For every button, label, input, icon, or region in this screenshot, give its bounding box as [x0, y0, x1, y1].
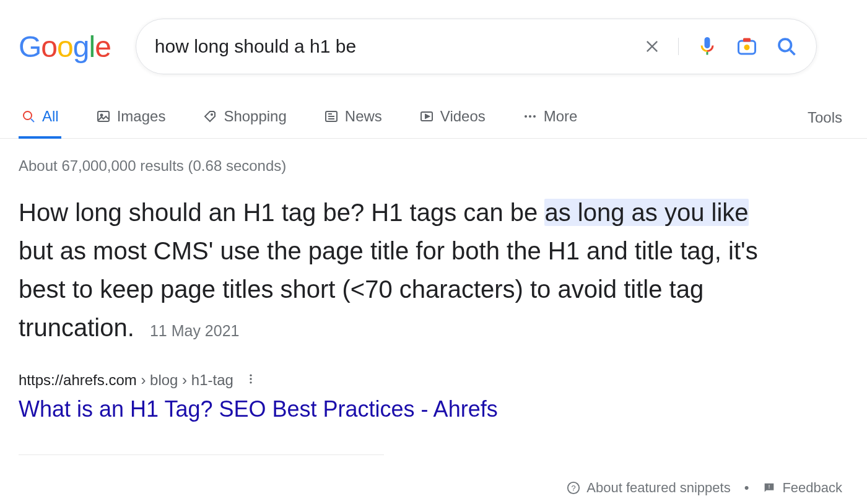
svg-text:?: ?: [572, 484, 576, 493]
svg-rect-4: [743, 38, 751, 42]
tabs-container: All Images Shopping News Videos More Too…: [0, 99, 867, 139]
svg-point-21: [250, 375, 251, 376]
svg-line-8: [31, 119, 34, 122]
breadcrumb-domain[interactable]: https://ahrefs.com: [19, 371, 137, 388]
breadcrumb-path[interactable]: › blog › h1-tag: [137, 371, 233, 388]
snippet-post: but as most CMS' use the page title for …: [19, 237, 758, 341]
breadcrumb: https://ahrefs.com › blog › h1-tag: [19, 371, 848, 389]
tab-all[interactable]: All: [19, 99, 61, 139]
header: Google: [0, 0, 867, 74]
microphone-icon[interactable]: [696, 35, 718, 58]
svg-line-6: [790, 50, 795, 55]
about-snippets-label: About featured snippets: [586, 480, 730, 496]
camera-icon[interactable]: [736, 35, 758, 58]
result-title-link[interactable]: What is an H1 Tag? SEO Best Practices - …: [19, 396, 848, 422]
tab-shopping-label: Shopping: [224, 108, 286, 125]
search-bar-icons: [643, 35, 798, 58]
clear-icon[interactable]: [643, 38, 679, 55]
svg-marker-17: [425, 115, 429, 118]
svg-point-18: [525, 115, 527, 118]
svg-point-19: [529, 115, 531, 118]
search-icon[interactable]: [775, 35, 798, 58]
feedback-link[interactable]: ! Feedback: [762, 480, 842, 496]
about-snippets-link[interactable]: ? About featured snippets: [567, 480, 730, 496]
search-bar[interactable]: [136, 19, 817, 74]
result-stats: About 67,000,000 results (0.68 seconds): [0, 139, 867, 193]
snippet-highlight: as long as you like: [544, 199, 748, 226]
svg-point-11: [211, 114, 212, 115]
search-input[interactable]: [155, 36, 643, 57]
feedback-label: Feedback: [782, 480, 842, 496]
snippet-pre: How long should an H1 tag be? H1 tags ca…: [19, 199, 544, 226]
tab-more[interactable]: More: [520, 99, 580, 139]
tools-button[interactable]: Tools: [805, 100, 848, 137]
svg-point-10: [100, 115, 102, 116]
svg-text:!: !: [769, 484, 770, 490]
svg-point-20: [533, 115, 536, 118]
google-logo[interactable]: Google: [19, 30, 111, 64]
tab-all-label: All: [42, 108, 59, 125]
featured-snippet: How long should an H1 tag be? H1 tags ca…: [0, 193, 805, 347]
tab-more-label: More: [544, 108, 578, 125]
snippet-footer: ? About featured snippets • ! Feedback: [0, 455, 867, 502]
more-options-icon[interactable]: [245, 371, 257, 389]
separator-dot: •: [744, 480, 749, 496]
svg-point-3: [744, 45, 749, 50]
snippet-text: How long should an H1 tag be? H1 tags ca…: [19, 199, 758, 341]
tab-shopping[interactable]: Shopping: [200, 99, 289, 139]
svg-point-23: [250, 381, 251, 383]
tab-videos[interactable]: Videos: [417, 99, 488, 139]
tab-images[interactable]: Images: [94, 99, 168, 139]
tab-news[interactable]: News: [321, 99, 385, 139]
tab-news-label: News: [345, 108, 382, 125]
tab-images-label: Images: [117, 108, 166, 125]
tab-videos-label: Videos: [440, 108, 486, 125]
result-source: https://ahrefs.com › blog › h1-tag What …: [0, 347, 867, 422]
svg-point-22: [250, 378, 251, 380]
snippet-date: 11 May 2021: [150, 322, 240, 339]
svg-point-5: [779, 39, 791, 51]
svg-point-7: [24, 111, 32, 119]
